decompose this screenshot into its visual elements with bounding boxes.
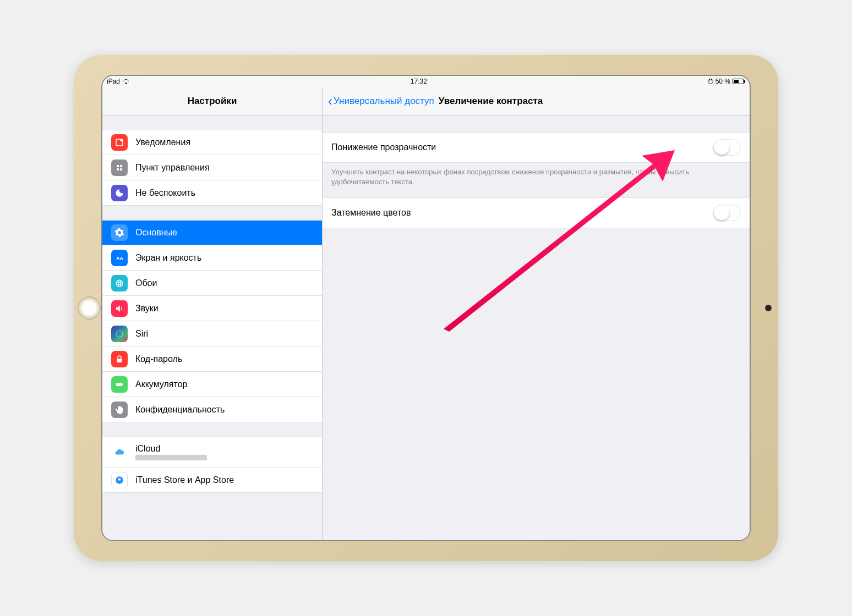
sidebar-item-label: Экран и яркость: [135, 253, 201, 263]
speaker-icon: [111, 300, 128, 317]
lock-icon: [111, 351, 128, 367]
sidebar-item-label: Конфиденциальность: [135, 405, 225, 415]
back-label: Универсальный доступ: [334, 96, 434, 107]
appstore-icon: [111, 472, 128, 488]
clock: 17:32: [411, 78, 427, 85]
sidebar-item-label: Аккумулятор: [135, 380, 187, 389]
sidebar-header: Настройки: [102, 87, 322, 116]
detail-pane: ‹ Универсальный доступ Увеличение контра…: [323, 87, 750, 540]
svg-rect-13: [116, 383, 122, 386]
notifications-icon: [111, 134, 128, 151]
sidebar-item-passcode[interactable]: Код-пароль: [102, 346, 322, 372]
svg-point-3: [120, 164, 123, 167]
icloud-account-blur: [135, 455, 207, 460]
svg-point-5: [120, 168, 123, 170]
svg-point-2: [117, 164, 119, 167]
siri-icon: [111, 326, 128, 342]
sidebar-item-label: Пункт управления: [135, 163, 210, 173]
svg-rect-12: [117, 359, 122, 362]
sidebar-item-control-center[interactable]: Пункт управления: [102, 155, 322, 180]
sidebar-item-privacy[interactable]: Конфиденциальность: [102, 397, 322, 422]
wifi-icon: [122, 79, 130, 84]
sidebar-item-do-not-disturb[interactable]: Не беспокоить: [102, 180, 322, 206]
cell-label: Затемнение цветов: [331, 208, 411, 218]
wallpaper-icon: [111, 275, 128, 292]
settings-sidebar: Настройки Уведомления: [102, 87, 323, 540]
sidebar-item-label: Не беспокоить: [135, 188, 195, 198]
footer-reduce-transparency: Улучшить контраст на некоторых фонах пос…: [323, 163, 750, 197]
sidebar-item-general[interactable]: Основные: [102, 220, 322, 245]
svg-point-10: [118, 280, 121, 287]
sidebar-item-siri[interactable]: Siri: [102, 321, 322, 346]
battery-icon: [733, 79, 745, 84]
sidebar-item-label: iTunes Store и App Store: [135, 475, 234, 485]
sidebar-item-label: Уведомления: [135, 138, 190, 147]
row-darken-colors[interactable]: Затемнение цветов: [323, 197, 750, 228]
gear-icon: [111, 224, 128, 241]
sidebar-item-battery[interactable]: Аккумулятор: [102, 372, 322, 397]
sidebar-item-label: iCloud: [135, 444, 207, 454]
moon-icon: [111, 185, 128, 201]
front-camera: [765, 305, 772, 311]
sidebar-item-notifications[interactable]: Уведомления: [102, 130, 322, 155]
svg-text:AA: AA: [116, 255, 123, 261]
sidebar-item-label: Звуки: [135, 304, 159, 314]
sidebar-item-itunes-appstore[interactable]: iTunes Store и App Store: [102, 468, 322, 493]
svg-point-7: [118, 282, 121, 284]
battery-percent: 50 %: [716, 78, 730, 85]
chevron-left-icon: ‹: [328, 94, 332, 109]
sidebar-item-label: Обои: [135, 278, 157, 288]
screen: iPad 17:32 50 % Настройки: [102, 76, 750, 540]
sidebar-item-icloud[interactable]: iCloud: [102, 437, 322, 468]
status-bar: iPad 17:32 50 %: [102, 76, 750, 87]
cloud-icon: [111, 444, 128, 460]
sidebar-list[interactable]: Уведомления Пункт управления: [102, 116, 322, 540]
detail-title: Увеличение контраста: [439, 96, 543, 107]
cell-label: Понижение прозрачности: [331, 142, 436, 152]
back-button[interactable]: ‹ Универсальный доступ: [328, 94, 434, 109]
screen-bezel: iPad 17:32 50 % Настройки: [101, 75, 751, 541]
svg-rect-14: [122, 383, 123, 385]
device-label: iPad: [107, 78, 120, 85]
toggle-darken-colors[interactable]: [713, 205, 741, 221]
hand-icon: [111, 402, 128, 418]
battery-settings-icon: [111, 376, 128, 393]
sidebar-item-label: Основные: [135, 228, 177, 238]
rotation-lock-icon: [708, 79, 713, 84]
sidebar-item-label: Siri: [135, 329, 148, 339]
control-center-icon: [111, 160, 128, 176]
sidebar-title: Настройки: [188, 96, 237, 107]
home-button[interactable]: [78, 296, 101, 320]
sidebar-item-sounds[interactable]: Звуки: [102, 296, 322, 321]
svg-point-1: [121, 139, 123, 142]
sidebar-item-wallpaper[interactable]: Обои: [102, 271, 322, 296]
svg-point-8: [116, 280, 123, 287]
svg-point-9: [116, 282, 123, 284]
detail-body[interactable]: Понижение прозрачности Улучшить контраст…: [323, 116, 750, 540]
row-reduce-transparency[interactable]: Понижение прозрачности: [323, 132, 750, 163]
svg-point-4: [117, 168, 119, 170]
sidebar-item-label: Код-пароль: [135, 354, 182, 364]
svg-point-11: [116, 331, 123, 337]
ipad-frame: iPad 17:32 50 % Настройки: [74, 55, 778, 561]
toggle-reduce-transparency[interactable]: [713, 139, 741, 156]
detail-navbar: ‹ Универсальный доступ Увеличение контра…: [323, 87, 750, 116]
display-icon: AA: [111, 250, 128, 266]
sidebar-item-display-brightness[interactable]: AA Экран и яркость: [102, 245, 322, 271]
